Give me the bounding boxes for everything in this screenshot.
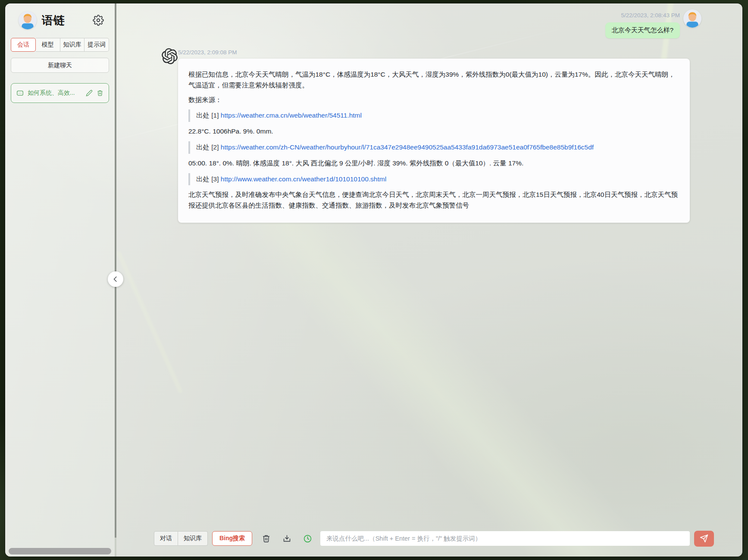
new-chat-button[interactable]: 新建聊天 (11, 58, 109, 73)
app-window: 语链 会话 模型 知识库 提示词 新建聊天 (5, 3, 742, 557)
assistant-message-card: 根据已知信息，北京今天天气晴朗，气温为18°C，体感温度为18°C，大风天气，湿… (178, 59, 690, 223)
send-button[interactable] (694, 531, 714, 547)
sidebar: 语链 会话 模型 知识库 提示词 新建聊天 (5, 3, 115, 557)
app-title: 语链 (42, 13, 88, 28)
tab-prompts[interactable]: 提示词 (85, 38, 109, 52)
export-chat-button[interactable] (282, 534, 291, 543)
assistant-message-timestamp: 5/22/2023, 2:09:08 PM (178, 49, 237, 56)
screen: 语链 会话 模型 知识库 提示词 新建聊天 (0, 0, 748, 560)
settings-button[interactable] (93, 15, 104, 26)
composer-bar: 对话 知识库 Bing搜索 (116, 530, 742, 547)
citation-3: 出处 [3] http://www.weather.com.cn/weather… (188, 173, 679, 186)
mode-label: Bing搜索 (219, 535, 245, 542)
mode-bing-search-button[interactable]: Bing搜索 (212, 531, 252, 546)
mode-label: 对话 (160, 535, 172, 542)
citation-link[interactable]: https://weather.cma.cn/web/weather/54511… (221, 112, 362, 119)
assistant-intro-paragraph: 根据已知信息，北京今天天气晴朗，气温为18°C，体感温度为18°C，大风天气，湿… (188, 69, 679, 91)
history-icon (303, 534, 312, 543)
conversation-list-item[interactable]: 如何系统、高效... (11, 83, 109, 103)
composer-mode-group: 对话 知识库 (154, 531, 208, 546)
citation-label: 出处 [2] (196, 143, 219, 151)
citation-2-snippet: 05:00. 18°. 0%. 晴朗. 体感温度 18°. 大风 西北偏北 9 … (188, 158, 679, 169)
delete-conversation-icon[interactable] (97, 90, 103, 96)
conversation-title: 如何系统、高效... (28, 89, 82, 97)
citation-2: 出处 [2] https://weather.com/zh-CN/weather… (188, 141, 679, 154)
history-button[interactable] (303, 534, 312, 543)
tab-label: 提示词 (88, 41, 106, 49)
citation-1-snippet: 22.8°C. 1006hPa. 9%. 0mm. (188, 126, 679, 137)
user-message-timestamp: 5/22/2023, 2:08:43 PM (621, 12, 680, 19)
user-message-bubble: 北京今天天气怎么样? (605, 22, 680, 38)
person-avatar-icon (19, 11, 37, 29)
tab-knowledge-base[interactable]: 知识库 (60, 38, 85, 52)
clear-messages-button[interactable] (262, 534, 271, 543)
chat-area: 5/22/2023, 2:08:43 PM 北京今天天气怎么样? (116, 3, 742, 557)
gear-icon (93, 15, 104, 26)
trash-icon (262, 534, 271, 543)
tab-conversations[interactable]: 会话 (11, 38, 36, 52)
tab-label: 知识库 (63, 41, 81, 49)
citation-label: 出处 [3] (196, 175, 219, 183)
download-icon (282, 534, 291, 543)
profile-avatar[interactable] (19, 11, 37, 29)
user-avatar (683, 9, 701, 28)
citation-link[interactable]: http://www.weather.com.cn/weather1d/1010… (221, 175, 386, 183)
citation-link[interactable]: https://weather.com/zh-CN/weather/hourby… (221, 143, 594, 151)
sidebar-header: 语链 (11, 10, 109, 29)
message-input[interactable] (320, 531, 690, 546)
assistant-avatar (162, 48, 178, 64)
citation-label: 出处 [1] (196, 112, 219, 119)
tab-label: 模型 (42, 41, 54, 49)
tab-label: 会话 (17, 41, 29, 49)
openai-logo-icon (162, 48, 178, 64)
send-icon (700, 534, 708, 543)
sidebar-tab-bar: 会话 模型 知识库 提示词 (11, 38, 109, 52)
sidebar-horizontal-scrollbar[interactable] (9, 548, 111, 554)
chevron-left-icon (113, 276, 119, 282)
mode-knowledge-base-button[interactable]: 知识库 (178, 531, 208, 546)
mode-chat-button[interactable]: 对话 (154, 531, 178, 546)
citation-3-snippet: 北京天气预报，及时准确发布中央气象台天气信息，便捷查询北京今日天气，北京周末天气… (188, 190, 679, 211)
new-chat-label: 新建聊天 (48, 62, 72, 69)
mode-label: 知识库 (184, 535, 202, 542)
person-avatar-icon (683, 9, 701, 28)
edit-icon[interactable] (86, 90, 93, 96)
chat-bubble-icon (16, 90, 24, 97)
tab-models[interactable]: 模型 (36, 38, 60, 52)
sources-label: 数据来源： (188, 95, 679, 106)
collapse-sidebar-button[interactable] (108, 271, 123, 287)
citation-1: 出处 [1] https://weather.cma.cn/web/weathe… (188, 109, 679, 122)
